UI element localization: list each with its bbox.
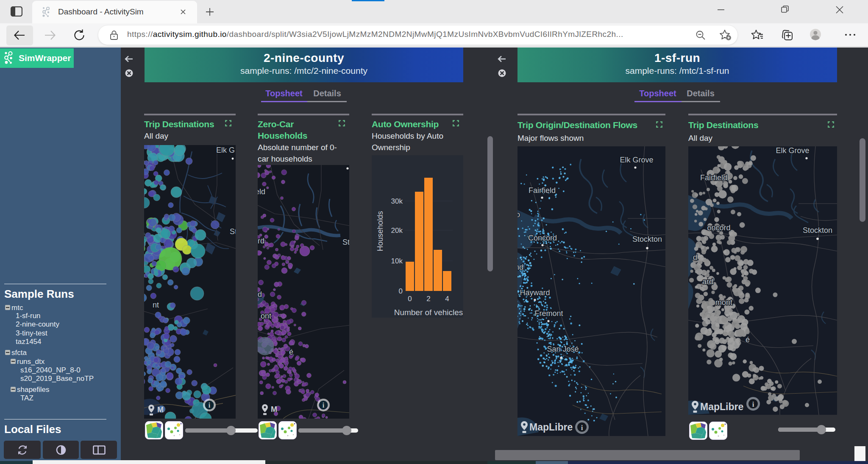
svg-text:d: d bbox=[693, 253, 697, 262]
svg-text:ord: ord bbox=[258, 237, 264, 245]
svg-text:Hayward: Hayward bbox=[520, 288, 550, 297]
svg-text:20k: 20k bbox=[391, 226, 403, 235]
svg-text:St: St bbox=[342, 238, 349, 246]
svg-text:4: 4 bbox=[445, 295, 449, 303]
svg-text:10k: 10k bbox=[391, 257, 403, 265]
svg-text:i: i bbox=[752, 400, 754, 408]
svg-text:Elk G: Elk G bbox=[216, 146, 235, 154]
svg-text:nd: nd bbox=[517, 263, 523, 271]
svg-text:San José: San José bbox=[547, 345, 579, 353]
svg-text:Elk Grove: Elk Grove bbox=[620, 156, 653, 164]
svg-text:M: M bbox=[271, 405, 277, 414]
svg-text:é: é bbox=[746, 335, 750, 344]
svg-text:Concord: Concord bbox=[528, 234, 557, 242]
svg-text:Households: Households bbox=[376, 211, 384, 251]
svg-text:ard: ard bbox=[702, 277, 713, 286]
svg-text:nt: nt bbox=[153, 301, 159, 309]
svg-text:0: 0 bbox=[399, 287, 403, 295]
svg-text:Fairfield: Fairfield bbox=[700, 173, 727, 182]
svg-text:MapLibre: MapLibre bbox=[529, 422, 573, 433]
svg-text:eld: eld bbox=[258, 187, 265, 196]
svg-text:2: 2 bbox=[426, 295, 430, 303]
svg-text:Fairfield: Fairfield bbox=[529, 186, 556, 195]
svg-text:MapLibre: MapLibre bbox=[700, 401, 743, 412]
svg-text:o: o bbox=[517, 210, 520, 219]
svg-text:é: é bbox=[289, 348, 293, 356]
svg-text:Stockton: Stockton bbox=[803, 226, 832, 235]
svg-text:i: i bbox=[581, 424, 583, 432]
svg-text:i: i bbox=[209, 402, 211, 409]
svg-text:ont: ont bbox=[261, 312, 271, 320]
svg-text:Stockton: Stockton bbox=[632, 235, 662, 243]
svg-text:Number of vehicles: Number of vehicles bbox=[394, 308, 463, 317]
svg-text:0: 0 bbox=[408, 295, 412, 303]
svg-text:d: d bbox=[258, 290, 262, 299]
svg-text:i: i bbox=[323, 402, 325, 409]
svg-text:Elk Grove: Elk Grove bbox=[776, 146, 809, 155]
svg-text:M: M bbox=[157, 405, 164, 414]
svg-text:oncord: oncord bbox=[707, 224, 730, 232]
svg-text:Fremont: Fremont bbox=[534, 309, 563, 318]
svg-text:30k: 30k bbox=[391, 197, 403, 205]
svg-text:mont: mont bbox=[715, 298, 732, 307]
svg-text:St: St bbox=[230, 227, 236, 236]
